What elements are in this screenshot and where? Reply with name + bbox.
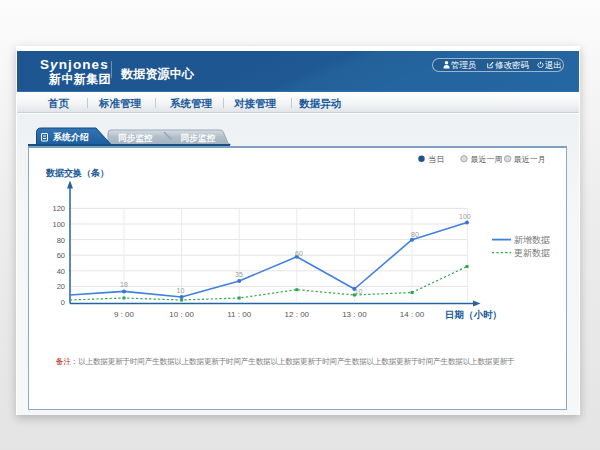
svg-text:14 : 00: 14 : 00 (400, 310, 425, 319)
svg-text:60: 60 (295, 250, 303, 257)
svg-text:10: 10 (177, 287, 185, 294)
svg-text:120: 120 (52, 204, 65, 213)
svg-text:最近一月: 最近一月 (514, 155, 546, 164)
svg-text:35: 35 (235, 271, 243, 278)
svg-text:80: 80 (411, 231, 419, 238)
svg-text:同步监控: 同步监控 (118, 133, 153, 143)
svg-text:当日: 当日 (428, 155, 444, 164)
svg-text:同步监控: 同步监控 (181, 133, 216, 143)
svg-text:11 : 00: 11 : 00 (227, 310, 251, 319)
svg-text:100: 100 (52, 220, 65, 229)
svg-text:10 : 00: 10 : 00 (169, 310, 194, 319)
svg-text:80: 80 (57, 236, 65, 245)
svg-text:备注：以上数据更新于时间产生数据以上数据更新于时间产生数据以: 备注：以上数据更新于时间产生数据以上数据更新于时间产生数据以上数据更新于时间产生… (55, 357, 515, 366)
svg-text:9 : 00: 9 : 00 (114, 310, 135, 319)
svg-text:日期（小时）: 日期（小时） (445, 309, 502, 321)
svg-text:20: 20 (57, 282, 65, 291)
svg-text:新增数据: 新增数据 (514, 235, 550, 245)
svg-text:40: 40 (57, 267, 65, 276)
svg-text:60: 60 (57, 251, 65, 260)
svg-text:100: 100 (459, 213, 471, 220)
svg-text:18: 18 (120, 281, 128, 288)
svg-text:10: 10 (355, 288, 363, 295)
svg-text:12 : 00: 12 : 00 (285, 310, 310, 319)
svg-text:13 : 00: 13 : 00 (342, 310, 367, 319)
svg-text:系统介绍: 系统介绍 (52, 132, 89, 142)
svg-text:最近一周: 最近一周 (471, 155, 503, 164)
svg-text:更新数据: 更新数据 (514, 248, 550, 258)
svg-text:0: 0 (61, 298, 65, 307)
svg-text:数据交换（条）: 数据交换（条） (45, 168, 109, 178)
